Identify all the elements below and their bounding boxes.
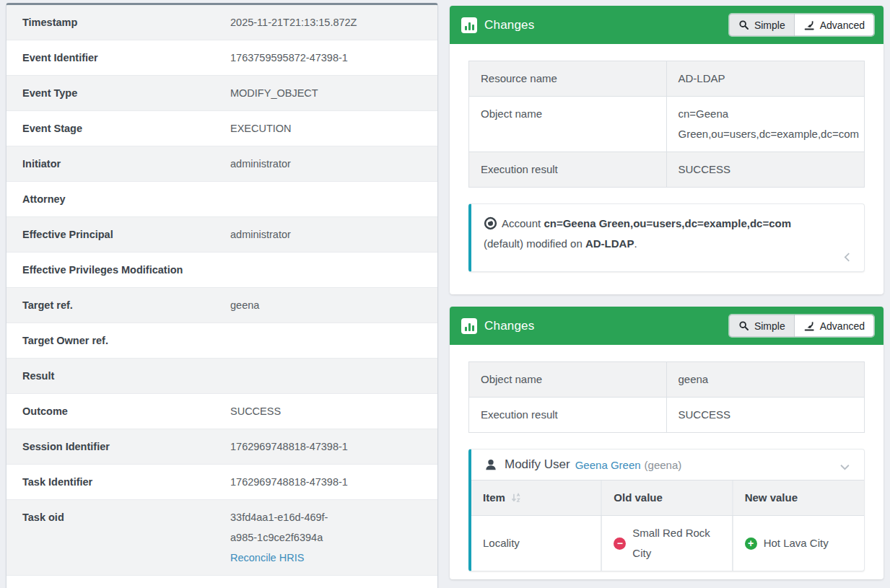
user-icon <box>484 458 497 471</box>
detail-row-task-identifier: Task Identifier 1762969748818-47398-1 <box>6 465 437 500</box>
detail-value: SUCCESS <box>230 401 429 421</box>
detail-row-session-identifier: Session Identifier 1762969748818-47398-1 <box>6 429 437 465</box>
eye-icon <box>484 216 497 230</box>
detail-label: Timestamp <box>22 12 230 32</box>
search-icon <box>738 19 749 30</box>
changes-panel-user: Changes Simple Advanced Object name geen… <box>450 307 884 579</box>
row-key: Object name <box>469 362 667 397</box>
advanced-view-button[interactable]: Advanced <box>794 14 874 36</box>
detail-row-event-type: Event Type MODIFY_OBJECT <box>6 76 437 111</box>
account-modified-callout: Account cn=Geena Green,ou=users,dc=examp… <box>468 203 865 272</box>
modified-user-id: (geena) <box>645 459 682 471</box>
detail-row-event-identifier: Event Identifier 1763759595872-47398-1 <box>6 40 437 76</box>
chevron-down-icon[interactable] <box>837 460 852 475</box>
import-arrow-icon <box>803 19 815 31</box>
modify-user-title: Modify User <box>505 457 570 472</box>
detail-row-effective-principal: Effective Principal administrator <box>6 217 437 253</box>
detail-value: 1762969748818-47398-1 <box>230 472 429 492</box>
table-row: Object name geena <box>469 362 864 397</box>
delta-table-header: Item Old value New value <box>471 481 864 515</box>
import-arrow-icon <box>803 320 815 332</box>
row-key: Execution result <box>469 398 667 432</box>
row-key: Execution result <box>469 152 667 187</box>
table-row: Resource name AD-LDAP <box>469 61 864 96</box>
table-row: Execution result SUCCESS <box>469 152 864 187</box>
detail-label: Event Stage <box>22 118 230 139</box>
callout-resource: AD-LDAP <box>585 237 634 250</box>
modify-user-header: Modify User Geena Green (geena) <box>471 449 864 480</box>
new-value-text: Hot Lava City <box>764 533 829 553</box>
detail-value: administrator <box>230 154 429 174</box>
detail-label: Session Identifier <box>22 436 230 457</box>
column-header-new-value: New value <box>733 481 864 515</box>
delta-old-value: − Small Red Rock City <box>602 516 733 571</box>
callout-prefix: Account <box>502 217 544 229</box>
advanced-button-label: Advanced <box>820 19 865 31</box>
detail-value: MODIFY_OBJECT <box>230 83 429 103</box>
detail-row-task-oid: Task oid 33fd4aa1-e16d-469f-a985-1c9ce2f… <box>6 500 437 576</box>
row-value: geena <box>667 362 865 397</box>
view-toggle-group: Simple Advanced <box>729 14 874 36</box>
view-toggle-group: Simple Advanced <box>729 315 874 337</box>
task-link[interactable]: Reconcile HRIS <box>230 548 304 568</box>
plus-circle-icon: + <box>745 537 757 550</box>
table-row: Object name cn=Geena Green,ou=users,dc=e… <box>469 96 864 152</box>
audit-event-details-card: Timestamp 2025-11-21T21:13:15.872Z Event… <box>6 3 438 588</box>
detail-label: Request Identifier <box>22 583 230 588</box>
callout-middle: (default) modified on <box>484 237 585 250</box>
changes-panel-resource: Changes Simple Advanced Resource name AD… <box>450 6 884 294</box>
detail-label: Event Type <box>22 83 230 103</box>
row-value: SUCCESS <box>667 152 865 187</box>
panel-title: Changes <box>484 18 534 32</box>
column-header-item[interactable]: Item <box>471 481 602 515</box>
old-value-text: Small Red Rock City <box>632 523 720 563</box>
modify-user-box: Modify User Geena Green (geena) Item Old… <box>468 449 865 571</box>
detail-label: Result <box>22 366 230 386</box>
panel-title: Changes <box>484 319 534 333</box>
simple-button-label: Simple <box>754 19 785 31</box>
simple-view-button[interactable]: Simple <box>729 315 794 337</box>
modified-user-link[interactable]: Geena Green <box>575 459 641 471</box>
changes-panel-body: Resource name AD-LDAP Object name cn=Gee… <box>450 44 884 286</box>
detail-value: 706dbead25-4700 <box>230 583 429 588</box>
chart-bar-icon <box>461 17 477 33</box>
row-key: Object name <box>469 97 667 152</box>
row-value: cn=Geena Green,ou=users,dc=example,dc=co… <box>667 97 871 152</box>
callout-dn: cn=Geena Green,ou=users,dc=example,dc=co… <box>544 217 791 229</box>
minus-circle-icon: − <box>614 537 626 550</box>
changes-panel-header: Changes Simple Advanced <box>450 6 884 44</box>
detail-value: geena <box>230 295 429 315</box>
row-value: AD-LDAP <box>667 61 865 96</box>
detail-row-event-stage: Event Stage EXECUTION <box>6 111 437 146</box>
detail-value: 33fd4aa1-e16d-469f-a985-1c9ce2f6394a Rec… <box>230 507 429 568</box>
detail-row-request-identifier: Request Identifier 706dbead25-4700 <box>6 576 437 588</box>
advanced-view-button[interactable]: Advanced <box>794 315 874 337</box>
detail-label: Target Owner ref. <box>22 330 230 351</box>
simple-view-button[interactable]: Simple <box>729 14 794 36</box>
delta-new-value: + Hot Lava City <box>733 516 864 571</box>
detail-row-result: Result <box>6 359 437 394</box>
sort-alpha-down-icon[interactable] <box>511 493 521 503</box>
column-header-old-value: Old value <box>602 481 733 515</box>
detail-label: Event Identifier <box>22 48 230 68</box>
detail-label: Target ref. <box>22 295 230 315</box>
changes-panel-header: Changes Simple Advanced <box>450 307 884 345</box>
row-key: Resource name <box>469 61 667 96</box>
advanced-button-label: Advanced <box>820 320 865 332</box>
detail-row-attorney: Attorney <box>6 182 437 217</box>
column-label: Item <box>483 488 505 508</box>
search-icon <box>738 320 749 331</box>
object-change-table: Object name geena Execution result SUCCE… <box>468 361 865 433</box>
delta-row: Locality − Small Red Rock City + Hot Lav… <box>471 515 864 571</box>
detail-row-timestamp: Timestamp 2025-11-21T21:13:15.872Z <box>6 5 437 40</box>
detail-value: administrator <box>230 224 429 245</box>
chart-bar-icon <box>461 318 477 334</box>
detail-label: Attorney <box>22 189 230 209</box>
detail-value: 2025-11-21T21:13:15.872Z <box>230 12 429 32</box>
detail-row-target-ref: Target ref. geena <box>6 288 437 323</box>
task-oid-value: 33fd4aa1-e16d-469f-a985-1c9ce2f6394a <box>230 507 347 548</box>
chevron-left-icon[interactable] <box>839 250 855 266</box>
detail-label: Task oid <box>22 507 230 527</box>
row-value: SUCCESS <box>667 398 865 432</box>
detail-label: Task Identifier <box>22 472 230 492</box>
